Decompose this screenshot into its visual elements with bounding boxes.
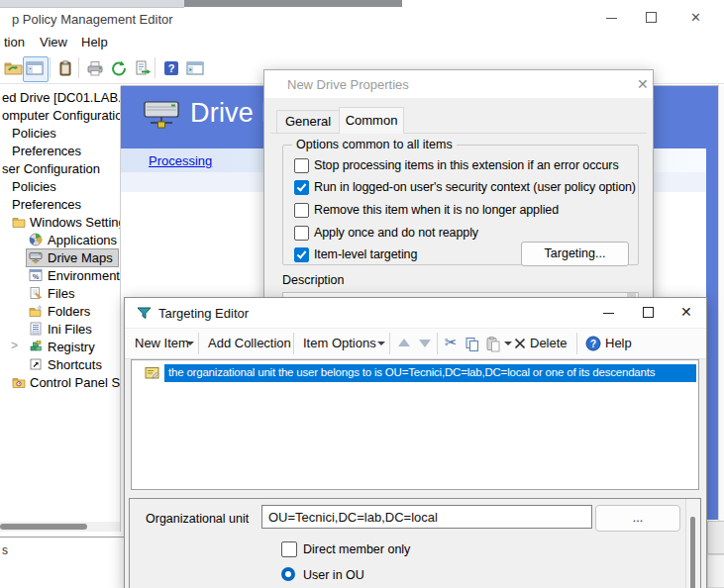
menu-help[interactable]: Help [81, 35, 108, 49]
ou-input[interactable] [261, 505, 592, 529]
tree-item-windows-settings[interactable]: Windows Settings [0, 214, 120, 231]
tree-item-policies[interactable]: Policies [0, 125, 120, 142]
tree-item-policies-user[interactable]: Policies [0, 178, 120, 195]
label-apply-once: Apply once and do not reapply [314, 226, 478, 240]
applications-icon [29, 233, 43, 246]
checkbox-stop-processing[interactable] [294, 158, 309, 173]
maximize-button[interactable] [646, 12, 657, 23]
move-down-icon[interactable] [419, 340, 431, 347]
tree-item-preferences[interactable]: Preferences [0, 143, 120, 159]
registry-icon [29, 340, 43, 353]
svg-text:?: ? [590, 339, 596, 349]
environment-icon: % [29, 268, 43, 282]
background-scroll-fragment-2 [707, 554, 724, 588]
printer-icon[interactable] [85, 58, 105, 78]
processing-link[interactable]: Processing [149, 153, 212, 168]
item-options-button[interactable]: Item Options [303, 336, 376, 350]
detail-panel-scroll-thumb[interactable] [690, 517, 695, 588]
label-item-level-targeting: Item-level targeting [314, 247, 417, 261]
checkbox-apply-once[interactable] [294, 226, 309, 241]
expand-chevron-icon[interactable]: > [11, 339, 18, 352]
item-options-caret-icon[interactable] [377, 342, 385, 345]
menu-bar: tion View Help [0, 31, 724, 55]
clipboard-icon[interactable] [55, 58, 75, 78]
tree-item-drive-maps[interactable]: Drive Maps [0, 249, 120, 266]
new-drive-properties-dialog: New Drive Properties ✕ General Common Op… [263, 69, 654, 302]
files-icon [29, 286, 43, 300]
paste-icon[interactable] [485, 336, 501, 352]
drive-maps-banner-icon [143, 97, 184, 137]
toolbar-help-icon[interactable]: ? [585, 336, 601, 351]
tree-item-computer-configuration[interactable]: omputer Configuration [0, 107, 120, 124]
properties-titlebar: New Drive Properties ✕ [264, 70, 653, 98]
tree-item-applications[interactable]: Applications [0, 232, 120, 248]
tree-item-control-panel-settings[interactable]: Control Panel Sett [0, 374, 120, 391]
minimize-button[interactable] [606, 18, 617, 19]
direct-member-checkbox[interactable] [281, 541, 297, 557]
detail-panel-scrollbar[interactable] [685, 499, 699, 588]
window-right-scroll-area [718, 86, 724, 588]
tab-general[interactable]: General [276, 110, 340, 133]
tree-item-files[interactable]: Files [0, 285, 120, 302]
properties-close-icon[interactable]: ✕ [637, 76, 649, 92]
shortcuts-icon [29, 357, 43, 371]
export-list-icon[interactable] [133, 58, 153, 78]
ini-files-icon [29, 322, 43, 336]
close-button[interactable]: ✕ [690, 10, 701, 25]
help-icon[interactable]: ? [161, 58, 181, 78]
copy-icon[interactable] [465, 337, 480, 352]
tab-strip-line [270, 133, 647, 134]
paste-caret-icon[interactable] [504, 342, 512, 345]
targeting-button[interactable]: Targeting... [521, 242, 629, 266]
import-folder-icon[interactable] [4, 58, 24, 78]
console-tree: ed Drive [DC01.LAB.LOCA omputer Configur… [0, 86, 120, 522]
status-text-fragment: s [2, 543, 8, 557]
background-window-edge [0, 0, 184, 8]
direct-member-label: Direct member only [303, 542, 410, 556]
targeting-items-list[interactable]: the organizational unit the user belongs… [131, 359, 699, 490]
background-scroll-fragment [707, 521, 724, 554]
delete-button[interactable]: Delete [530, 336, 568, 350]
delete-icon[interactable] [514, 338, 526, 349]
refresh-icon[interactable] [109, 58, 129, 78]
targeting-minimize-button[interactable] [603, 313, 614, 314]
menu-action[interactable]: tion [4, 35, 25, 49]
new-item-caret-icon[interactable] [186, 342, 194, 345]
selected-targeting-item[interactable]: the organizational unit the user belongs… [164, 364, 696, 382]
console-pane-icon[interactable] [25, 58, 45, 78]
tree-hscroll-thumb[interactable] [0, 524, 87, 530]
background-window-edge-dark [184, 0, 402, 7]
checkbox-run-logged-on[interactable] [294, 180, 309, 195]
tree-item-registry[interactable]: > Registry [0, 339, 120, 355]
tree-item-shortcuts[interactable]: Shortcuts [0, 356, 120, 373]
targeting-maximize-button[interactable] [643, 307, 654, 318]
checkbox-remove-item[interactable] [294, 203, 309, 218]
banner-right-stripe [706, 148, 718, 520]
tab-common[interactable]: Common [339, 107, 404, 134]
options-group-label: Options common to all items [292, 138, 457, 151]
move-up-icon[interactable] [398, 339, 410, 346]
tree-hscrollbar[interactable] [0, 522, 120, 532]
targeting-item-text: the organizational unit the user belongs… [168, 366, 655, 378]
browse-button[interactable]: ... [595, 505, 680, 532]
tree-item-preferences-user[interactable]: Preferences [0, 196, 120, 213]
targeting-titlebar: Targeting Editor ✕ [125, 298, 706, 328]
label-stop-processing: Stop processing items in this extension … [314, 158, 619, 172]
targeting-close-icon[interactable]: ✕ [680, 304, 692, 320]
user-in-ou-radio[interactable] [281, 567, 295, 581]
new-item-button[interactable]: New Item [135, 336, 189, 350]
cut-icon[interactable]: ✂ [445, 334, 458, 351]
tree-item-ini-files[interactable]: Ini Files [0, 321, 120, 338]
checkbox-item-level-targeting[interactable] [294, 247, 309, 262]
add-collection-button[interactable]: Add Collection [208, 336, 291, 350]
menu-view[interactable]: View [40, 35, 67, 49]
help-button[interactable]: Help [605, 336, 632, 350]
funnel-icon [137, 306, 152, 321]
tree-item-mapped-drive[interactable]: ed Drive [DC01.LAB.LOCA [0, 89, 120, 106]
control-panel-icon [12, 375, 26, 389]
window-bottom-edge [0, 537, 124, 538]
new-window-icon[interactable] [185, 58, 205, 78]
tree-item-folders[interactable]: Folders [0, 303, 120, 320]
tree-item-user-configuration[interactable]: ser Configuration [0, 160, 120, 177]
tree-item-environment[interactable]: % Environment [0, 267, 120, 284]
